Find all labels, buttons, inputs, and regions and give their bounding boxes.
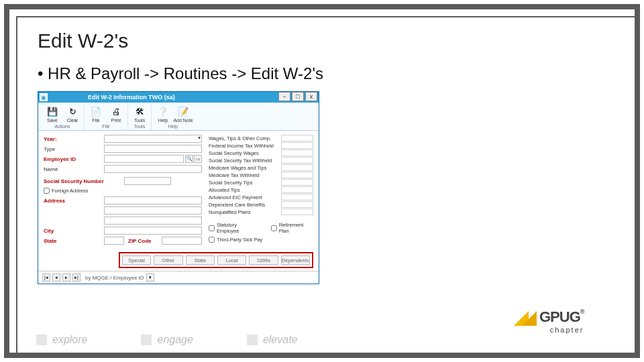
wages-tips-input[interactable]: [281, 135, 313, 141]
ss-tips-input[interactable]: [281, 179, 313, 186]
lookup-icon[interactable]: 🔍: [185, 155, 193, 163]
nav-next-button[interactable]: ▸: [62, 274, 70, 282]
depcare-input[interactable]: [281, 201, 313, 208]
nav-last-button[interactable]: ▸|: [72, 274, 80, 282]
address-input-3[interactable]: [104, 217, 202, 225]
slide-inner: Edit W-2's • HR & Payroll -> Routines ->…: [16, 16, 635, 353]
1099s-button[interactable]: 1099s: [249, 255, 278, 265]
slide-frame: Edit W-2's • HR & Payroll -> Routines ->…: [4, 4, 640, 358]
foreign-address-label: Foreign Address: [52, 188, 89, 194]
sort-dropdown[interactable]: ▾: [146, 274, 154, 282]
zip-label: ZIP Code: [128, 238, 162, 244]
save-icon: 💾: [46, 105, 58, 117]
minimize-button[interactable]: −: [278, 92, 290, 101]
app-window: ▣ Edit W-2 Information TWO (sa) − □ x 💾S…: [38, 91, 319, 284]
employee-id-label: Employee ID: [44, 156, 104, 162]
eic-input[interactable]: [281, 194, 313, 200]
gpug-logo: GPUG® chapter: [514, 308, 614, 341]
ribbon: 💾Save ↻Clear Actions 📄File 🖨Print File 🛠…: [38, 103, 319, 131]
button-row-highlight: Special Other State Local 1099s Dependen…: [119, 252, 313, 268]
add-note-button[interactable]: 📝Add Note: [174, 105, 192, 123]
window-controls: − □ x: [278, 92, 317, 101]
clear-icon: ↻: [66, 105, 78, 117]
year-combo[interactable]: [104, 135, 202, 143]
note-icon: 📝: [177, 105, 189, 117]
retirement-checkbox[interactable]: [271, 225, 277, 231]
field-label: Social Security Tax Withheld: [209, 158, 280, 164]
help-icon: ❔: [157, 105, 169, 117]
puzzle-icon: [141, 335, 152, 345]
field-label: Advanced EIC Payment: [209, 194, 280, 200]
alloc-tips-input[interactable]: [281, 186, 313, 193]
form-body: Year: Type Employee ID🔍▭ Name Social Sec…: [38, 131, 319, 249]
field-label: Federal Income Tax Withheld: [209, 143, 280, 149]
sort-label: by MQGE / Employee ID: [85, 275, 144, 281]
foreign-address-checkbox[interactable]: [44, 188, 50, 194]
tools-button[interactable]: 🛠Tools: [131, 105, 148, 123]
save-button[interactable]: 💾Save: [44, 105, 61, 123]
city-input[interactable]: [104, 227, 202, 235]
form-left-column: Year: Type Employee ID🔍▭ Name Social Sec…: [44, 135, 202, 247]
year-label: Year:: [44, 136, 104, 142]
type-input[interactable]: [104, 145, 202, 153]
expand-icon[interactable]: ▭: [194, 155, 202, 163]
city-label: City: [44, 228, 104, 234]
dependents-button[interactable]: Dependents: [281, 255, 310, 265]
record-navigator: |◂ ◂ ▸ ▸| by MQGE / Employee ID ▾: [38, 271, 319, 284]
ribbon-group-actions: 💾Save ↻Clear Actions: [41, 105, 85, 130]
zip-input[interactable]: [162, 237, 202, 245]
state-input[interactable]: [104, 237, 124, 245]
nav-prev-button[interactable]: ◂: [52, 274, 60, 282]
clear-button[interactable]: ↻Clear: [64, 105, 81, 123]
address-label: Address: [44, 198, 104, 204]
close-button[interactable]: x: [305, 92, 317, 101]
field-label: Medicare Wages and Tips: [209, 165, 280, 171]
nav-first-button[interactable]: |◂: [42, 274, 50, 282]
field-label: Social Security Wages: [209, 150, 280, 156]
state-button[interactable]: State: [186, 255, 215, 265]
fed-tax-input[interactable]: [281, 142, 313, 149]
app-icon: ▣: [40, 93, 48, 101]
ribbon-group-tools: 🛠Tools Tools: [128, 105, 152, 130]
ss-tax-input[interactable]: [281, 157, 313, 164]
ss-wages-input[interactable]: [281, 149, 313, 156]
footer-engage: engage: [141, 334, 193, 346]
ssn-input[interactable]: [124, 177, 171, 185]
other-button[interactable]: Other: [154, 255, 182, 265]
state-label: State: [44, 238, 104, 244]
field-label: Allocated Tips: [209, 187, 280, 193]
nonqual-input[interactable]: [281, 208, 313, 215]
field-label: Wages, Tips & Other Comp.: [209, 135, 280, 141]
maximize-button[interactable]: □: [292, 92, 304, 101]
employee-id-input[interactable]: [104, 155, 184, 163]
medicare-tax-input[interactable]: [281, 172, 313, 178]
local-button[interactable]: Local: [217, 255, 246, 265]
name-input[interactable]: [104, 165, 202, 173]
tools-icon: 🛠: [133, 105, 146, 117]
statutory-checkbox[interactable]: [209, 225, 215, 231]
address-input-1[interactable]: [104, 196, 202, 204]
medicare-wages-input[interactable]: [281, 164, 313, 171]
thirdparty-checkbox[interactable]: [209, 237, 215, 243]
footer-explore: explore: [36, 334, 87, 346]
address-input-2[interactable]: [104, 206, 202, 215]
ssn-label: Social Security Number: [44, 178, 124, 184]
special-button[interactable]: Special: [122, 255, 151, 265]
ribbon-group-file: 📄File 🖨Print File: [85, 105, 128, 130]
puzzle-icon: [247, 335, 258, 345]
file-icon: 📄: [90, 105, 102, 117]
puzzle-icon: [36, 335, 47, 345]
slide-title: Edit W-2's: [38, 29, 614, 52]
footer: explore engage elevate: [36, 334, 500, 346]
ribbon-group-help: ❔Help 📝Add Note Help: [152, 105, 195, 130]
help-button[interactable]: ❔Help: [154, 105, 172, 123]
print-button[interactable]: 🖨Print: [107, 105, 125, 123]
chevron-icon: [522, 311, 537, 326]
type-label: Type: [44, 146, 104, 152]
footer-elevate: elevate: [247, 334, 298, 346]
field-label: Nonqualified Plans: [209, 209, 280, 215]
bullet-nav-path: • HR & Payroll -> Routines -> Edit W-2's: [38, 64, 614, 83]
form-right-column: Wages, Tips & Other Comp. Federal Income…: [209, 135, 313, 247]
file-button[interactable]: 📄File: [87, 105, 105, 123]
name-label: Name: [44, 166, 104, 172]
